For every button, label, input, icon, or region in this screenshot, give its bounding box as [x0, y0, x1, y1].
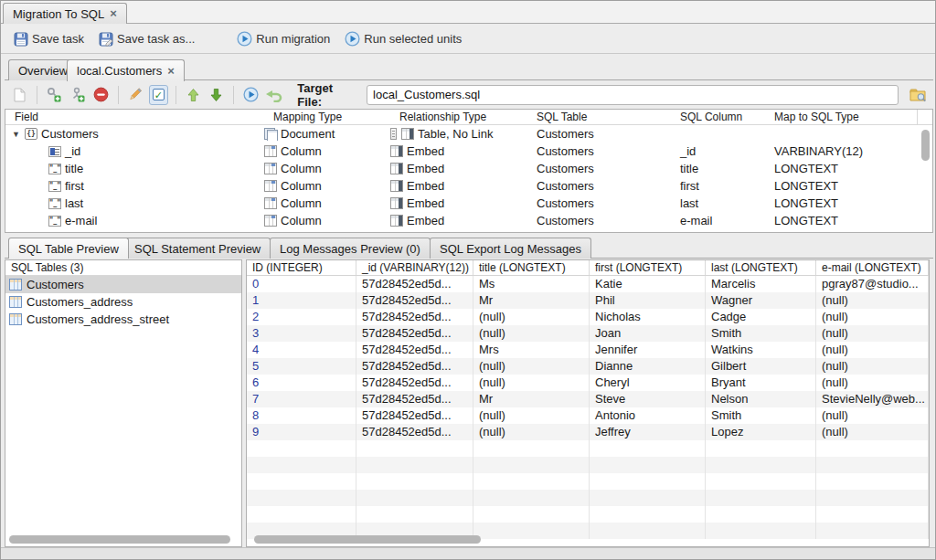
run-selected-units-button[interactable]: Run selected units: [339, 28, 467, 49]
target-file-input[interactable]: [367, 85, 899, 105]
field-cell: "_"title: [5, 162, 264, 175]
last-cell: Smith: [706, 325, 816, 342]
close-icon[interactable]: ×: [167, 66, 175, 77]
relationship-type-cell: Embed: [390, 162, 527, 175]
relationship-type-cell: Embed: [390, 214, 527, 227]
field-name: _id: [65, 144, 80, 158]
col-header-_id[interactable]: _id (VARBINARY(12)): [356, 260, 473, 275]
col-header-relationship-type[interactable]: Relationship Type: [390, 111, 527, 123]
move-up-button[interactable]: [184, 85, 203, 105]
browse-folder-button[interactable]: [909, 85, 928, 105]
field-name: first: [65, 179, 84, 193]
table-row[interactable]: 157d28452ed5d...MrPhilWagner(null): [247, 292, 929, 309]
migration-tool-window: Migration To SQL × Save task Save task a…: [0, 0, 936, 560]
table-row[interactable]: 257d28452ed5d...(null)NicholasCadge(null…: [247, 309, 929, 325]
oid-cell: 57d28452ed5d...: [356, 375, 473, 391]
empty-cell: [356, 506, 473, 523]
tree-row[interactable]: ▼{}CustomersDocumentTable, No LinkCustom…: [5, 125, 932, 143]
table-row[interactable]: 057d28452ed5d...MsKatieMarcelispgray87@s…: [247, 276, 929, 292]
relationship-label: Embed: [407, 162, 444, 175]
list-item[interactable]: Customers: [5, 276, 241, 293]
table-row[interactable]: 957d28452ed5d...(null)JeffreyLopez(null): [247, 424, 929, 440]
title-cell: (null): [473, 325, 590, 342]
mapping-type-cell: Column: [264, 196, 390, 210]
tree-row[interactable]: _idColumnEmbedCustomers_idVARBINARY(12): [5, 143, 932, 160]
tree-row[interactable]: "_"lastColumnEmbedCustomerslastLONGTEXT: [5, 195, 932, 212]
remove-button[interactable]: [91, 85, 111, 105]
table-row[interactable]: 557d28452ed5d...(null)DianneGilbert(null…: [247, 358, 929, 375]
run-migration-label: Run migration: [256, 32, 330, 46]
tree-row[interactable]: "_"e-mailColumnEmbedCustomerse-mailLONGT…: [5, 212, 932, 229]
scrollbar-thumb[interactable]: [9, 535, 230, 544]
first-cell: Jeffrey: [590, 424, 706, 440]
run-icon: [237, 31, 252, 47]
field-cell: _id: [5, 144, 264, 158]
last-cell: Bryant: [706, 375, 816, 391]
scrollbar-thumb[interactable]: [254, 535, 481, 544]
toggle-selected-button[interactable]: ✓: [149, 85, 168, 105]
run-migration-button[interactable]: Run migration: [231, 28, 335, 49]
vertical-scrollbar[interactable]: [920, 128, 931, 230]
add-field-button[interactable]: [45, 85, 64, 105]
col-header-mapping-type[interactable]: Mapping Type: [264, 111, 390, 123]
oid-cell: 57d28452ed5d...: [356, 407, 473, 424]
tab-sql-statement-preview[interactable]: SQL Statement Preview: [124, 238, 271, 259]
table-row[interactable]: 857d28452ed5d...(null)AntonioSmith(null): [247, 407, 929, 424]
empty-cell: [473, 457, 590, 473]
mapping-type-cell: Column: [264, 144, 390, 158]
email-cell: (null): [816, 358, 929, 375]
tab-migration-to-sql[interactable]: Migration To SQL ×: [3, 3, 127, 24]
field-name: Customers: [41, 127, 99, 141]
col-header-field[interactable]: Field: [5, 111, 264, 123]
tab-sql-export-log-messages[interactable]: SQL Export Log Messages: [430, 238, 591, 259]
first-cell: Nicholas: [590, 309, 706, 325]
checkbox-checked-icon: ✓: [153, 89, 165, 100]
table-row-empty: [247, 490, 929, 506]
tab-local-customers[interactable]: local.Customers ×: [67, 59, 185, 81]
mapping-type-cell: Column: [264, 179, 390, 193]
sql-type-cell: LONGTEXT: [765, 214, 902, 227]
sql-column-cell: title: [671, 162, 765, 175]
data-grid-header: ID (INTEGER) _id (VARBINARY(12)) title (…: [247, 260, 929, 276]
empty-cell: [706, 457, 816, 473]
list-item[interactable]: Customers_address: [5, 293, 241, 311]
col-header-email[interactable]: e-mail (LONGTEXT): [816, 260, 929, 275]
tab-log-messages-preview[interactable]: Log Messages Preview (0): [270, 238, 431, 259]
scrollbar-thumb[interactable]: [921, 130, 930, 161]
id-cell: 3: [247, 325, 356, 342]
table-row[interactable]: 757d28452ed5d...MrSteveNelsonStevieNelly…: [247, 391, 929, 407]
save-task-button[interactable]: Save task: [8, 29, 90, 49]
col-header-map-to-sql-type[interactable]: Map to SQL Type: [765, 111, 902, 123]
edit-pencil-button[interactable]: [125, 85, 144, 105]
run-unit-button[interactable]: [241, 85, 261, 105]
table-row[interactable]: 457d28452ed5d...MrsJenniferWatkins(null): [247, 342, 929, 358]
save-task-label: Save task: [32, 32, 84, 46]
horizontal-scrollbar[interactable]: [249, 534, 927, 544]
add-child-field-button[interactable]: [68, 85, 87, 105]
table-row[interactable]: 357d28452ed5d...(null)JoanSmith(null): [247, 325, 929, 342]
scroll-icon: [390, 128, 397, 140]
col-header-id[interactable]: ID (INTEGER): [247, 260, 356, 275]
sql-tables-header: SQL Tables (3): [5, 260, 241, 276]
close-icon[interactable]: ×: [110, 8, 117, 19]
expander-icon[interactable]: ▼: [11, 130, 21, 139]
relationship-type-cell: Embed: [390, 144, 527, 158]
tab-sql-table-preview[interactable]: SQL Table Preview: [8, 238, 129, 259]
new-document-button[interactable]: [10, 85, 29, 105]
tree-row[interactable]: "_"titleColumnEmbedCustomerstitleLONGTEX…: [5, 160, 932, 177]
tree-row[interactable]: "_"firstColumnEmbedCustomersfirstLONGTEX…: [5, 177, 932, 195]
col-header-first[interactable]: first (LONGTEXT): [590, 260, 706, 275]
table-row[interactable]: 657d28452ed5d...(null)CherylBryant(null): [247, 375, 929, 391]
title-cell: Mr: [473, 292, 590, 309]
revert-button[interactable]: [265, 85, 284, 105]
save-task-as-button[interactable]: Save task as...: [93, 29, 200, 49]
list-item[interactable]: Customers_address_street: [5, 311, 241, 328]
col-header-sql-column[interactable]: SQL Column: [671, 111, 765, 123]
col-header-last[interactable]: last (LONGTEXT): [706, 260, 816, 275]
horizontal-scrollbar[interactable]: [7, 534, 239, 544]
move-down-button[interactable]: [207, 85, 226, 105]
mapping-type-cell: Column: [264, 162, 390, 175]
col-header-title[interactable]: title (LONGTEXT): [473, 260, 590, 275]
col-header-sql-table[interactable]: SQL Table: [527, 111, 671, 123]
sql-table-cell: Customers: [527, 144, 671, 158]
